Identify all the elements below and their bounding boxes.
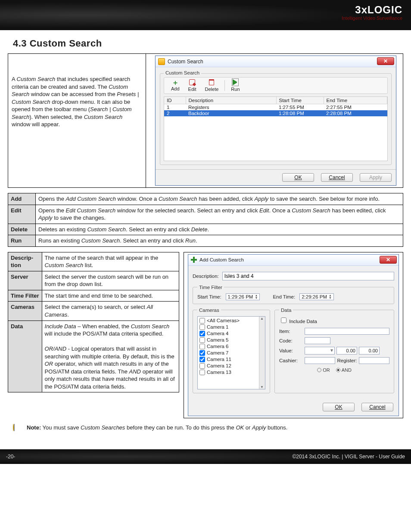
intro-row: A Custom Search that includes specified … [8, 53, 403, 188]
cancel-button[interactable]: Cancel [321, 173, 353, 182]
spinner-icon[interactable]: ▲▼ [329, 294, 332, 299]
camera-checkbox[interactable] [199, 331, 205, 336]
register-label: Register: [337, 358, 357, 363]
camera-checkbox[interactable] [199, 337, 205, 343]
add-custom-search-dialog: Add Custom Search ✕ Description: Time Fi… [188, 254, 399, 416]
camera-checkbox[interactable] [199, 344, 205, 349]
camera-checkbox[interactable] [199, 357, 205, 362]
custom-search-dialog: Custom Search ✕ Custom Search ＋ Add [155, 56, 396, 186]
camera-label: Camera 5 [207, 337, 229, 342]
time-filter-group: Time Filter Start Time: 1:29:26 PM ▲▼ En… [193, 285, 394, 304]
run-button[interactable]: Run [227, 79, 244, 92]
register-input[interactable] [359, 357, 389, 364]
toolbar-definition-table: AddOpens the Add Custom Search window. O… [8, 193, 403, 247]
camera-checkbox[interactable] [199, 363, 205, 369]
code-input[interactable] [305, 337, 330, 344]
camera-checkbox[interactable] [199, 350, 205, 356]
edit-icon [189, 79, 195, 87]
spinner-icon[interactable]: ▲▼ [255, 294, 258, 299]
ok-button[interactable]: OK [323, 403, 355, 411]
ok-button[interactable]: OK [282, 173, 314, 182]
toolbar: ＋ Add Edit Delete [164, 77, 388, 94]
and-radio[interactable]: AND [336, 367, 352, 373]
search-grid[interactable]: ID Description Start Time End Time 1Regi… [164, 96, 388, 161]
edit-button[interactable]: Edit [184, 79, 201, 92]
definition-key: Descrip-tion [8, 252, 42, 271]
camera-checkbox[interactable] [199, 324, 205, 330]
description-input[interactable] [222, 272, 394, 280]
field-definition-table: Descrip-tionThe name of the search that … [8, 252, 179, 393]
or-and-radio-group: OR AND [279, 367, 389, 373]
add-button[interactable]: ＋ Add [167, 79, 184, 92]
add-label: Add [171, 86, 180, 91]
definition-value: Deletes an existing Custom Search. Selec… [36, 224, 403, 235]
definition-value: Opens the Edit Custom Search window for … [36, 205, 403, 224]
or-radio[interactable]: OR [317, 367, 330, 373]
end-time-input[interactable]: 2:29:26 PM ▲▼ [299, 293, 334, 300]
cashier-input[interactable] [305, 357, 335, 364]
include-data-checkbox[interactable]: Include Data [279, 319, 317, 324]
camera-item[interactable]: Camera 12 [199, 363, 264, 369]
value-low-input[interactable]: 0.00 [336, 347, 357, 355]
camera-item[interactable]: Camera 11 [199, 356, 264, 363]
note-prefix: Note: [27, 424, 41, 431]
table-row[interactable]: 1Registers1:27:55 PM2:27:55 PM [164, 104, 387, 111]
camera-item[interactable]: Camera 13 [199, 369, 264, 376]
close-icon[interactable]: ✕ [377, 57, 394, 65]
cancel-button[interactable]: Cancel [361, 403, 393, 411]
acs-title: Add Custom Search [199, 257, 244, 262]
value-high-input[interactable]: 0.00 [359, 347, 380, 355]
item-label: Item: [279, 329, 303, 334]
value-operator-dropdown[interactable] [305, 347, 335, 355]
start-time-input[interactable]: 1:29:26 PM ▲▼ [226, 293, 260, 300]
include-data-input[interactable] [281, 317, 286, 323]
definition-row: DeleteDeletes an existing Custom Search.… [8, 224, 403, 235]
edit-label: Edit [188, 87, 196, 92]
col-id[interactable]: ID [164, 97, 186, 104]
top-banner: 3xLOGIC Intelligent Video Surveillance [0, 0, 411, 30]
camera-item[interactable]: Camera 5 [199, 337, 264, 343]
note: Note: You must save Custom Searches befo… [13, 424, 401, 436]
camera-checkbox[interactable] [199, 370, 205, 375]
col-desc[interactable]: Description [186, 97, 276, 104]
camera-list[interactable]: <All Cameras>Camera 1Camera 4Camera 5Cam… [197, 316, 265, 389]
intro-text: A Custom Search that includes specified … [8, 54, 146, 187]
dialog-title: Custom Search [168, 59, 203, 65]
definition-value: Select the server the custom search will… [42, 271, 179, 290]
scrollbar[interactable] [259, 317, 265, 389]
definition-row: EditOpens the Edit Custom Search window … [8, 205, 403, 224]
camera-label: Camera 4 [207, 331, 229, 336]
camera-item[interactable]: Camera 6 [199, 343, 264, 350]
camera-item[interactable]: Camera 1 [199, 324, 264, 330]
item-input[interactable] [305, 328, 389, 335]
camera-checkbox[interactable] [199, 318, 205, 324]
cameras-group: Cameras <All Cameras>Camera 1Camera 4Cam… [193, 308, 270, 393]
col-end[interactable]: End Time [324, 97, 387, 104]
window-icon [158, 58, 165, 65]
col-start[interactable]: Start Time [276, 97, 324, 104]
definition-row: AddOpens the Add Custom Search window. O… [8, 193, 403, 205]
grid-body: 1Registers1:27:55 PM2:27:55 PM2Backdoor1… [164, 104, 387, 117]
plus-icon [191, 257, 197, 263]
camera-label: Camera 13 [207, 370, 231, 375]
add-custom-search-screenshot: Add Custom Search ✕ Description: Time Fi… [184, 252, 403, 418]
camera-item[interactable]: <All Cameras> [199, 317, 264, 324]
definition-value: Include Data – When enabled, the Custom … [42, 320, 179, 392]
close-icon[interactable]: ✕ [380, 256, 397, 264]
definition-value: Select the camera(s) to search, or selec… [42, 302, 179, 320]
definition-key: Add [8, 193, 36, 205]
value-label: Value: [279, 348, 303, 353]
table-row[interactable]: 2Backdoor1:28:08 PM2:28:08 PM [164, 110, 387, 116]
brand-logo-sub: Intelligent Video Surveillance [342, 16, 402, 21]
camera-item[interactable]: Camera 4 [199, 330, 264, 337]
camera-label: Camera 7 [207, 350, 229, 355]
definition-key: Cameras [8, 302, 42, 320]
definition-value: Runs an existing Custom Search. Select a… [36, 235, 403, 247]
camera-label: Camera 12 [207, 363, 231, 368]
definition-value: The start time and end time to be search… [42, 290, 179, 302]
camera-item[interactable]: Camera 7 [199, 350, 264, 356]
group-title: Custom Search [164, 70, 201, 75]
delete-button[interactable]: Delete [201, 79, 223, 92]
apply-button[interactable]: Apply [360, 173, 392, 182]
definition-row: RunRuns an existing Custom Search. Selec… [8, 235, 403, 247]
